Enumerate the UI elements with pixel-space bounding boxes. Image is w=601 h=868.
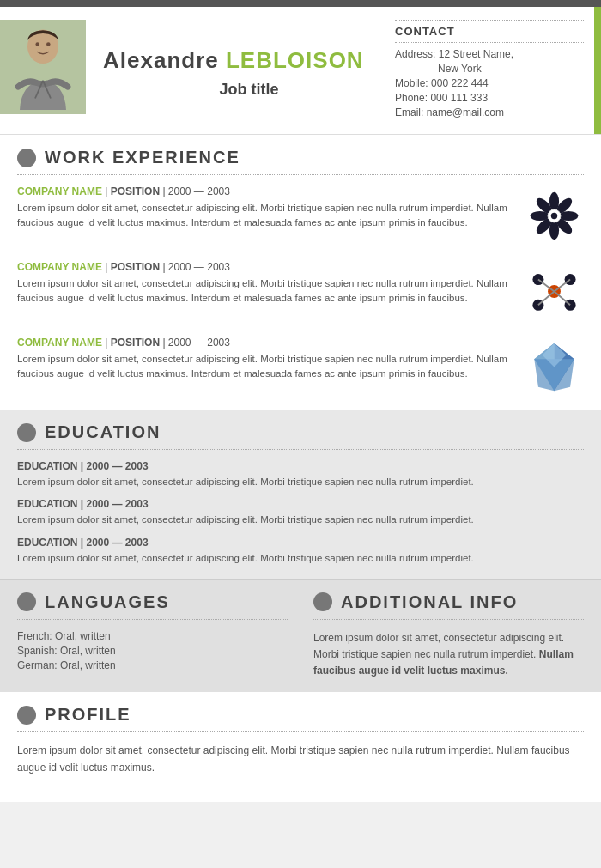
mobile-label: Mobile: [395,77,428,89]
work-entry: COMPANY NAME | POSITION | 2000 — 2003 Lo… [17,185,584,246]
work-meta: COMPANY NAME | POSITION | 2000 — 2003 [17,337,515,349]
education-section: EDUCATION EDUCATION | 2000 — 2003 Lorem … [0,410,601,579]
edu-meta: EDUCATION | 2000 — 2003 [17,460,584,472]
edu-entry: EDUCATION | 2000 — 2003 Lorem ipsum dolo… [17,460,584,489]
edu-years: 2000 — 2003 [87,460,149,472]
work-section-title: WORK EXPERIENCE [45,148,240,167]
edu-entry: EDUCATION | 2000 — 2003 Lorem ipsum dolo… [17,498,584,527]
edu-label: EDUCATION [17,460,77,472]
work-desc: Lorem ipsum dolor sit amet, consectetur … [17,352,515,382]
side-accent [594,7,601,134]
svg-point-3 [46,42,51,46]
contact-phone: Phone: 000 111 333 [395,92,584,104]
work-meta: COMPANY NAME | POSITION | 2000 — 2003 [17,261,515,273]
profile-section-title: PROFILE [45,705,131,725]
profile-section: PROFILE Lorem ipsum dolor sit amet, cons… [0,692,601,801]
addinfo-dot [313,592,332,611]
work-icon-1 [524,185,584,246]
addinfo-section-header: ADDITIONAL INFO [313,592,584,612]
contact-mobile: Mobile: 000 222 444 [395,77,584,89]
lang-item: German: Oral, written [17,659,288,671]
top-bar [0,0,601,7]
contact-address: Address: 12 Street Name, [395,48,584,60]
email-label: Email: [395,106,423,118]
header-name-title: Alexandre LEBLOISON Job title [103,20,395,121]
contact-city: New York [395,63,584,75]
address-value: 12 Street Name, [439,48,513,60]
work-icon-2 [524,261,584,321]
profile-text: Lorem ipsum dolor sit amet, consectetur … [17,743,584,775]
phone-label: Phone: [395,92,428,104]
addinfo-col: ADDITIONAL INFO Lorem ipsum dolor sit am… [305,592,584,680]
svg-line-21 [537,279,554,291]
company-name: COMPANY NAME [17,261,102,273]
work-years: 2000 — 2003 [168,337,230,349]
work-desc: Lorem ipsum dolor sit amet, consectetur … [17,201,515,231]
languages-col: LANGUAGES French: Oral, written Spanish:… [17,592,305,680]
company-name: COMPANY NAME [17,185,102,197]
addinfo-text: Lorem ipsum dolor sit amet, consectetur … [313,630,584,680]
edu-label: EDUCATION [17,498,77,510]
lang-item: Spanish: Oral, written [17,645,288,657]
edu-section-title: EDUCATION [45,422,161,442]
work-position: POSITION [111,261,160,273]
edu-label: EDUCATION [17,537,77,549]
contact-title: CONTACT [395,25,584,38]
full-name: Alexandre LEBLOISON [103,47,395,74]
edu-desc: Lorem ipsum dolor sit amet, consectetur … [17,551,584,566]
mobile-value: 000 222 444 [431,77,489,89]
lang-addinfo-section: LANGUAGES French: Oral, written Spanish:… [0,579,601,693]
work-entries-list: COMPANY NAME | POSITION | 2000 — 2003 Lo… [17,185,584,397]
svg-point-2 [35,42,39,46]
work-entry: COMPANY NAME | POSITION | 2000 — 2003 Lo… [17,337,584,397]
profile-photo [0,20,86,114]
svg-point-15 [550,212,556,218]
work-meta: COMPANY NAME | POSITION | 2000 — 2003 [17,185,515,197]
work-years: 2000 — 2003 [168,185,230,197]
email-value: name@mail.com [427,106,504,118]
header-section: Alexandre LEBLOISON Job title CONTACT Ad… [0,7,601,135]
svg-line-23 [554,291,570,305]
lang-item: French: Oral, written [17,630,288,642]
contact-email: Email: name@mail.com [395,106,584,118]
last-name: LEBLOISON [226,47,364,73]
lang-section-header: LANGUAGES [17,592,288,612]
resume-container: Alexandre LEBLOISON Job title CONTACT Ad… [0,0,601,802]
company-name: COMPANY NAME [17,337,102,349]
edu-section-header: EDUCATION [17,422,584,442]
edu-meta: EDUCATION | 2000 — 2003 [17,498,584,510]
job-title: Job title [103,81,395,99]
edu-entry: EDUCATION | 2000 — 2003 Lorem ipsum dolo… [17,537,584,566]
edu-entries-list: EDUCATION | 2000 — 2003 Lorem ipsum dolo… [17,460,584,566]
profile-dot [17,706,36,725]
addinfo-section-title: ADDITIONAL INFO [341,592,518,612]
contact-section: CONTACT Address: 12 Street Name, New Yor… [395,20,584,121]
addinfo-normal: Lorem ipsum dolor sit amet, consectetur … [313,632,564,660]
edu-years: 2000 — 2003 [87,537,149,549]
lang-section-title: LANGUAGES [45,592,170,612]
city-value: New York [438,63,482,75]
edu-years: 2000 — 2003 [87,498,149,510]
svg-line-22 [554,279,570,291]
work-entry: COMPANY NAME | POSITION | 2000 — 2003 Lo… [17,261,584,321]
work-section-header: WORK EXPERIENCE [17,148,584,167]
lang-dot [17,592,36,611]
edu-desc: Lorem ipsum dolor sit amet, consectetur … [17,513,584,527]
work-entry-text: COMPANY NAME | POSITION | 2000 — 2003 Lo… [17,337,515,382]
profile-section-header: PROFILE [17,705,584,725]
two-col-layout: LANGUAGES French: Oral, written Spanish:… [17,592,584,680]
edu-meta: EDUCATION | 2000 — 2003 [17,537,584,549]
work-years: 2000 — 2003 [168,261,230,273]
work-position: POSITION [111,337,160,349]
work-icon-3 [524,337,584,397]
work-dot [17,149,36,167]
work-entry-text: COMPANY NAME | POSITION | 2000 — 2003 Lo… [17,261,515,307]
work-position: POSITION [111,185,160,197]
first-name: Alexandre [103,47,219,73]
edu-desc: Lorem ipsum dolor sit amet, consectetur … [17,475,584,489]
address-label: Address: [395,48,435,60]
work-desc: Lorem ipsum dolor sit amet, consectetur … [17,276,515,307]
work-entry-text: COMPANY NAME | POSITION | 2000 — 2003 Lo… [17,185,515,231]
edu-dot [17,423,36,442]
work-experience-section: WORK EXPERIENCE COMPANY NAME | POSITION … [0,135,601,410]
